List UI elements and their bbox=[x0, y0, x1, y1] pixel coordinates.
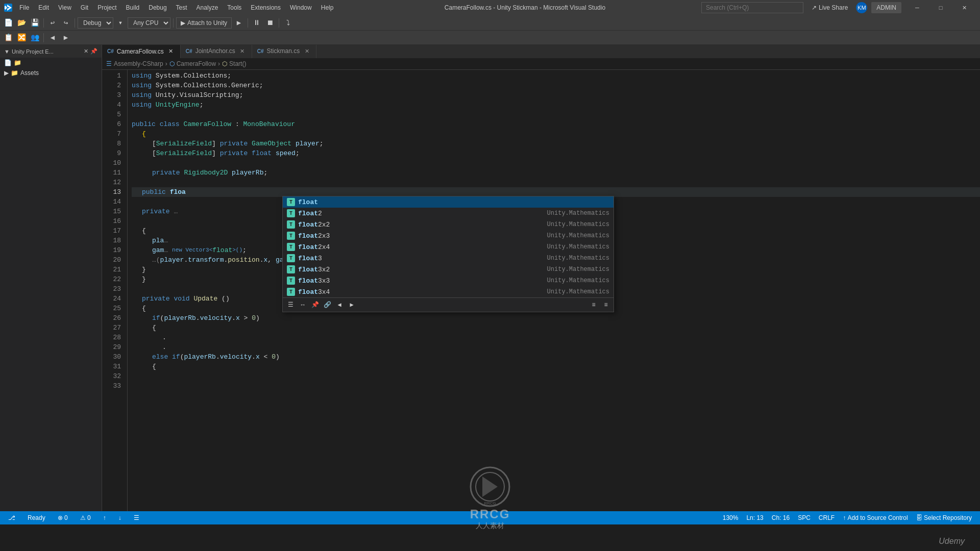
code-content[interactable]: — using System.Collections; using System… bbox=[128, 70, 980, 511]
tab-camerafollow[interactable]: C# CameraFollow.cs ✕ bbox=[102, 45, 181, 58]
menu-project[interactable]: Project bbox=[93, 2, 120, 13]
debug-config-dropdown[interactable]: Debug bbox=[78, 17, 113, 29]
code-line-11: private Rigidbody2D playerRb; bbox=[132, 168, 980, 178]
menu-test[interactable]: Test bbox=[172, 2, 191, 13]
status-select-repo[interactable]: 🗄 Select Repository bbox=[912, 511, 976, 524]
tab-stickman[interactable]: C# Stickman.cs ✕ bbox=[252, 45, 316, 58]
menu-window[interactable]: Window bbox=[286, 2, 316, 13]
menu-build[interactable]: Build bbox=[122, 2, 144, 13]
tab-stickman-close[interactable]: ✕ bbox=[303, 47, 311, 55]
autocomplete-dropdown[interactable]: T float T float2 Unity.Mathematics T bbox=[282, 196, 614, 312]
new-file-button[interactable]: 📄 bbox=[2, 17, 14, 29]
status-git-icon[interactable]: ⎇ bbox=[4, 511, 19, 524]
redo-button[interactable]: ↪ bbox=[60, 17, 72, 29]
ac-back-btn[interactable]: ◀ bbox=[334, 299, 345, 311]
solution-explorer: ▼ Unity Project E... ✕ 📌 📄 📁 ▶ 📁 Assets bbox=[0, 45, 102, 511]
ac-module-float2: Unity.Mathematics bbox=[533, 210, 609, 217]
step-over-button[interactable]: ⤵ bbox=[282, 17, 294, 29]
menu-debug[interactable]: Debug bbox=[144, 2, 170, 13]
ac-item-float2x3[interactable]: T float2x3 Unity.Mathematics bbox=[283, 230, 614, 241]
ac-expand-btn[interactable]: ↔ bbox=[297, 299, 308, 311]
maximize-button[interactable]: □ bbox=[929, 0, 952, 15]
back-button[interactable]: ◀ bbox=[46, 32, 59, 44]
attach-label: Attach to Unity bbox=[187, 19, 227, 27]
debug-dropdown-arrow[interactable]: ▾ bbox=[114, 17, 127, 29]
sidebar-item-assets[interactable]: ▶ 📁 Assets bbox=[0, 68, 102, 78]
menu-edit[interactable]: Edit bbox=[34, 2, 53, 13]
status-line[interactable]: Ln: 13 bbox=[742, 511, 767, 524]
stop-button[interactable]: ⏹ bbox=[264, 17, 276, 29]
status-line-ending[interactable]: CRLF bbox=[815, 511, 839, 524]
save-button[interactable]: 💾 bbox=[29, 17, 41, 29]
ac-pin-btn[interactable]: 📌 bbox=[309, 299, 321, 311]
ac-item-float3x2[interactable]: T float3x2 Unity.Mathematics bbox=[283, 264, 614, 275]
menu-git[interactable]: Git bbox=[77, 2, 92, 13]
ln-8: 8 bbox=[102, 139, 121, 148]
status-add-source-control[interactable]: ↑ Add to Source Control bbox=[839, 511, 912, 524]
add-source-label: Add to Source Control bbox=[848, 514, 908, 521]
ac-item-float2[interactable]: T float2 Unity.Mathematics bbox=[283, 208, 614, 219]
status-filter-btn[interactable]: ☰ bbox=[130, 511, 143, 524]
ac-item-float[interactable]: T float bbox=[283, 196, 614, 208]
ln-25: 25 bbox=[102, 304, 121, 313]
team-explorer-button[interactable]: 👥 bbox=[29, 32, 41, 44]
repo-icon: 🗄 bbox=[916, 514, 922, 521]
status-zoom[interactable]: 130% bbox=[719, 511, 743, 524]
ac-item-float3[interactable]: T float3 Unity.Mathematics bbox=[283, 253, 614, 264]
minimize-button[interactable]: ─ bbox=[905, 0, 929, 15]
menu-extensions[interactable]: Extensions bbox=[247, 2, 285, 13]
tab-jointanchor[interactable]: C# JointAnchor.cs ✕ bbox=[181, 45, 252, 58]
ac-item-float2x2[interactable]: T float2x2 Unity.Mathematics bbox=[283, 219, 614, 230]
breadcrumb-method[interactable]: Start() bbox=[229, 60, 246, 67]
tab-jointanchor-close[interactable]: ✕ bbox=[238, 47, 247, 55]
status-nav-up[interactable]: ↑ bbox=[99, 511, 110, 524]
start-button[interactable]: ▶ bbox=[233, 17, 245, 29]
sidebar-folder-icon[interactable]: 📁 bbox=[14, 59, 21, 66]
breadcrumb-assembly[interactable]: Assembly-CSharp bbox=[114, 60, 163, 67]
ac-settings-btn[interactable]: ≡ bbox=[588, 299, 599, 311]
status-warnings[interactable]: ⚠ 0 bbox=[76, 511, 95, 524]
ln-7: 7 bbox=[102, 129, 121, 139]
search-input[interactable] bbox=[701, 2, 803, 13]
status-ready[interactable]: Ready bbox=[23, 511, 50, 524]
git-button[interactable]: 🔀 bbox=[15, 32, 28, 44]
close-button[interactable]: ✕ bbox=[952, 0, 976, 15]
solution-explorer-button[interactable]: 📋 bbox=[2, 32, 14, 44]
sidebar-new-icon[interactable]: 📄 bbox=[4, 59, 12, 66]
status-nav-down[interactable]: ↓ bbox=[114, 511, 126, 524]
menu-help[interactable]: Help bbox=[317, 2, 338, 13]
ac-item-float2x4[interactable]: T float2x4 Unity.Mathematics bbox=[283, 241, 614, 253]
profile-button[interactable]: ADMIN bbox=[871, 2, 901, 13]
tab-camerafollow-close[interactable]: ✕ bbox=[167, 47, 175, 56]
ac-item-float3x3[interactable]: T float3x3 Unity.Mathematics bbox=[283, 275, 614, 286]
pause-button[interactable]: ⏸ bbox=[251, 17, 263, 29]
platform-dropdown[interactable]: Any CPU bbox=[128, 17, 170, 29]
breadcrumb-class[interactable]: CameraFollow bbox=[177, 60, 216, 67]
sidebar-close-icon[interactable]: ✕ bbox=[84, 48, 88, 55]
code-editor[interactable]: C# CameraFollow.cs ✕ C# JointAnchor.cs ✕… bbox=[102, 45, 980, 511]
attach-to-unity-button[interactable]: ▶ Attach to Unity bbox=[176, 17, 232, 29]
status-encoding[interactable]: SPC bbox=[794, 511, 815, 524]
sidebar-pin-icon[interactable]: 📌 bbox=[90, 48, 97, 55]
ac-link-btn[interactable]: 🔗 bbox=[322, 299, 333, 311]
ac-filter-btn[interactable]: ☰ bbox=[285, 299, 296, 311]
code-line-3: using Unity.VisualScripting; bbox=[132, 90, 980, 100]
ln-30: 30 bbox=[102, 352, 121, 362]
menu-analyze[interactable]: Analyze bbox=[192, 2, 223, 13]
ac-fwd-btn[interactable]: ▶ bbox=[346, 299, 357, 311]
ac-item-float3x4[interactable]: T float3x4 Unity.Mathematics bbox=[283, 286, 614, 297]
user-avatar[interactable]: KM bbox=[856, 2, 867, 13]
menu-view[interactable]: View bbox=[54, 2, 76, 13]
status-errors[interactable]: ⊗ 0 bbox=[54, 511, 72, 524]
undo-button[interactable]: ↩ bbox=[46, 17, 59, 29]
git-branch-icon: ⎇ bbox=[8, 514, 15, 521]
open-button[interactable]: 📂 bbox=[15, 17, 28, 29]
status-col[interactable]: Ch: 16 bbox=[768, 511, 794, 524]
breadcrumb-expand[interactable]: ☰ bbox=[106, 60, 112, 67]
forward-button[interactable]: ▶ bbox=[60, 32, 72, 44]
menu-file[interactable]: File bbox=[15, 2, 33, 13]
menu-tools[interactable]: Tools bbox=[223, 2, 246, 13]
live-share-button[interactable]: ↗ Live Share bbox=[807, 0, 852, 15]
ac-icon-float2x3: T bbox=[287, 232, 295, 240]
ac-align-btn[interactable]: ≡ bbox=[600, 299, 611, 311]
